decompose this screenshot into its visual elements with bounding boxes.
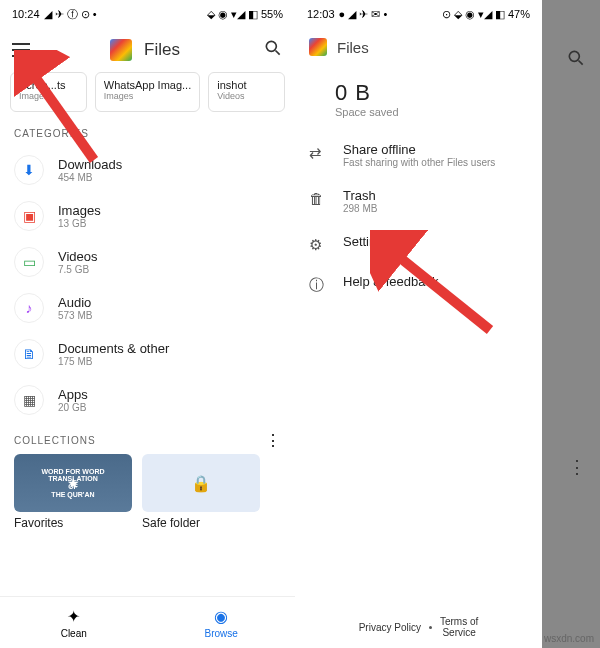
svg-point-0 <box>266 41 276 51</box>
drawer-header: Files <box>295 28 542 62</box>
svg-line-7 <box>388 248 490 330</box>
recent-card[interactable]: inshot Videos <box>208 72 285 112</box>
browse-icon: ◉ <box>214 607 228 626</box>
favorites-thumb: WORD FOR WORDTRANSLATIONOFTHE QUR'AN ★ <box>14 454 132 512</box>
annotation-arrow <box>370 230 510 350</box>
drawer-item-sub: 298 MB <box>343 203 377 214</box>
card-sub: Videos <box>217 91 276 101</box>
category-title: Images <box>58 203 101 218</box>
footer-links: Privacy Policy Terms of Service <box>295 616 542 638</box>
category-title: Audio <box>58 295 92 310</box>
category-documents[interactable]: 🗎 Documents & other175 MB <box>0 331 295 377</box>
category-sub: 7.5 GB <box>58 264 98 275</box>
status-icons-left: ● ◢ ✈ ✉ • <box>339 8 388 21</box>
nav-label: Browse <box>205 628 238 639</box>
space-label: Space saved <box>335 106 542 118</box>
drawer-share-offline[interactable]: ⇄ Share offlineFast sharing with other F… <box>295 132 542 178</box>
help-icon: ⓘ <box>309 276 329 295</box>
gear-icon: ⚙ <box>309 236 329 254</box>
space-value: 0 B <box>335 80 542 106</box>
drawer-trash[interactable]: 🗑 Trash298 MB <box>295 178 542 224</box>
category-title: Apps <box>58 387 88 402</box>
card-title: WhatsApp Imag... <box>104 79 191 91</box>
status-bar: 10:24 ◢ ✈ ⓕ ⊙ • ⬙ ◉ ▾◢ ◧ 55% <box>0 0 295 28</box>
videos-icon: ▭ <box>14 247 44 277</box>
collection-favorites[interactable]: WORD FOR WORDTRANSLATIONOFTHE QUR'AN ★ F… <box>14 454 132 530</box>
svg-line-3 <box>579 61 583 65</box>
search-icon[interactable] <box>263 38 283 62</box>
watermark: wsxdn.com <box>544 633 594 644</box>
search-icon[interactable] <box>566 48 586 72</box>
card-sub: Images <box>104 91 191 101</box>
collection-label: Safe folder <box>142 516 260 530</box>
more-icon[interactable]: ⋮ <box>568 456 586 478</box>
more-icon[interactable]: ⋮ <box>265 431 281 450</box>
annotation-arrow <box>14 50 114 170</box>
category-sub: 573 MB <box>58 310 92 321</box>
bottom-nav: ✦ Clean ◉ Browse <box>0 596 295 648</box>
category-audio[interactable]: ♪ Audio573 MB <box>0 285 295 331</box>
category-list: ⬇ Downloads454 MB ▣ Images13 GB ▭ Videos… <box>0 147 295 423</box>
category-sub: 20 GB <box>58 402 88 413</box>
sparkle-icon: ✦ <box>67 607 80 626</box>
files-logo-icon <box>309 38 327 56</box>
documents-icon: 🗎 <box>14 339 44 369</box>
status-icons-right: ⬙ ◉ ▾◢ ◧ 55% <box>207 8 283 21</box>
status-icons-right: ⊙ ⬙ ◉ ▾◢ ◧ 47% <box>442 8 530 21</box>
category-sub: 13 GB <box>58 218 101 229</box>
category-title: Videos <box>58 249 98 264</box>
collections-row: WORD FOR WORDTRANSLATIONOFTHE QUR'AN ★ F… <box>0 454 295 530</box>
apps-icon: ▦ <box>14 385 44 415</box>
drawer-item-title: Trash <box>343 188 377 203</box>
category-videos[interactable]: ▭ Videos7.5 GB <box>0 239 295 285</box>
terms-link[interactable]: Terms of Service <box>440 616 478 638</box>
share-icon: ⇄ <box>309 144 329 162</box>
images-icon: ▣ <box>14 201 44 231</box>
svg-line-5 <box>26 64 94 160</box>
privacy-link[interactable]: Privacy Policy <box>359 622 421 633</box>
svg-point-2 <box>569 51 579 61</box>
safe-folder-thumb: 🔒 <box>142 454 260 512</box>
svg-line-1 <box>276 51 280 55</box>
status-bar: 12:03 ● ◢ ✈ ✉ • ⊙ ⬙ ◉ ▾◢ ◧ 47% <box>295 0 542 28</box>
category-sub: 454 MB <box>58 172 122 183</box>
category-sub: 175 MB <box>58 356 169 367</box>
nav-clean[interactable]: ✦ Clean <box>0 597 148 648</box>
nav-browse[interactable]: ◉ Browse <box>148 597 296 648</box>
trash-icon: 🗑 <box>309 190 329 207</box>
card-title: inshot <box>217 79 276 91</box>
app-title: Files <box>144 40 253 60</box>
audio-icon: ♪ <box>14 293 44 323</box>
status-time: 12:03 <box>307 8 335 20</box>
space-saved-block: 0 B Space saved <box>295 62 542 132</box>
category-title: Documents & other <box>58 341 169 356</box>
category-apps[interactable]: ▦ Apps20 GB <box>0 377 295 423</box>
status-icons-left: ◢ ✈ ⓕ ⊙ • <box>44 7 97 22</box>
star-icon: ★ <box>67 475 80 491</box>
drawer-item-sub: Fast sharing with other Files users <box>343 157 495 168</box>
status-time: 10:24 <box>12 8 40 20</box>
collection-label: Favorites <box>14 516 132 530</box>
collection-safe-folder[interactable]: 🔒 Safe folder <box>142 454 260 530</box>
nav-label: Clean <box>61 628 87 639</box>
drawer-item-title: Share offline <box>343 142 495 157</box>
dimmed-background[interactable]: ⋮ <box>542 0 600 648</box>
lock-icon: 🔒 <box>191 474 211 493</box>
section-collections-label: COLLECTIONS <box>14 435 96 446</box>
dot-separator <box>429 626 432 629</box>
category-images[interactable]: ▣ Images13 GB <box>0 193 295 239</box>
drawer-title: Files <box>337 39 369 56</box>
